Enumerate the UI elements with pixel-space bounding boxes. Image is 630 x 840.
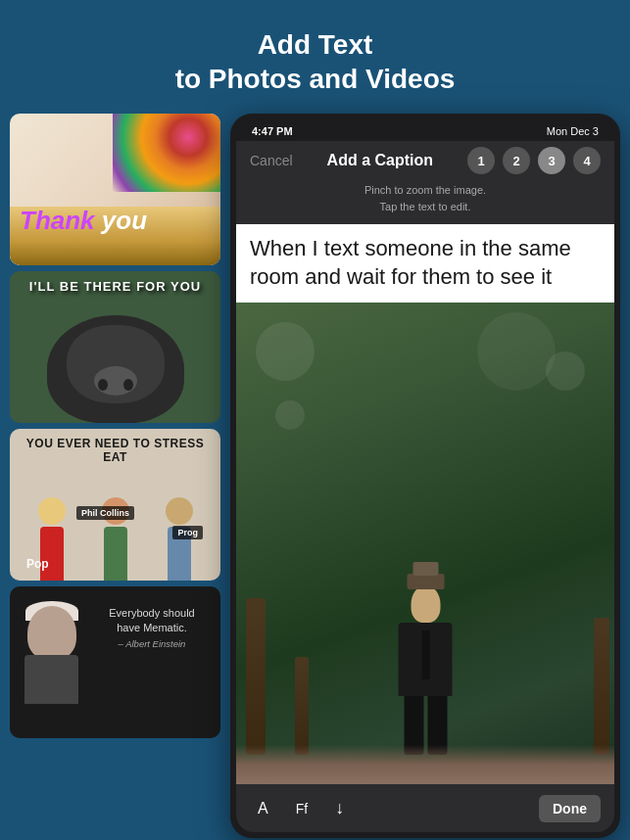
tablet-wrapper: 4:47 PM Mon Dec 3 Cancel Add a Caption 1… (230, 114, 620, 838)
person-figure (399, 585, 453, 755)
stress-eat-top-text: YOU EVER NEED TO STRESS EAT (10, 437, 220, 464)
thumb-einstein[interactable]: Everybody should have Mematic. – Albert … (10, 586, 220, 738)
tablet-nav: Cancel Add a Caption 1 2 3 4 (250, 147, 601, 174)
pig-nostril-left (98, 379, 108, 391)
tree-trunk-3 (295, 657, 309, 755)
title-line1: Add Text (258, 29, 373, 60)
step-3[interactable]: 3 (538, 147, 565, 174)
status-time: 4:47 PM (252, 125, 293, 137)
hint-line2: Tap the text to edit. (380, 201, 471, 212)
photo-background (236, 303, 614, 784)
einstein-quote: Everybody should have Mematic. – Albert … (93, 606, 211, 651)
person-hat (407, 574, 444, 589)
thumb-stress-eat[interactable]: YOU EVER NEED TO STRESS EAT Phil Collins… (10, 429, 220, 581)
thumb-pig[interactable]: I'LL BE THERE FOR YOU (10, 271, 220, 423)
figure-head-3 (166, 497, 193, 525)
tablet-toolbar: A Ff ↓ Done (236, 784, 614, 832)
tablet-device: 4:47 PM Mon Dec 3 Cancel Add a Caption 1… (230, 114, 620, 838)
text-tool-button[interactable]: A (250, 796, 276, 821)
phil-collins-label: Phil Collins (76, 506, 134, 520)
quote-line2: have Mematic. (117, 622, 187, 633)
done-button[interactable]: Done (539, 795, 601, 822)
step-1[interactable]: 1 (467, 147, 495, 174)
nav-title: Add a Caption (327, 152, 433, 169)
status-bar: 4:47 PM Mon Dec 3 (236, 119, 614, 141)
step-indicators: 1 2 3 4 (467, 147, 601, 174)
hint-line1: Pinch to zoom the image. (364, 184, 486, 196)
status-date: Mon Dec 3 (547, 125, 599, 137)
download-button[interactable]: ↓ (327, 794, 352, 822)
you-word: you (102, 206, 147, 235)
tablet-app-header: Cancel Add a Caption 1 2 3 4 Pinch to zo… (236, 141, 614, 224)
path-overlay (236, 745, 614, 784)
cancel-button[interactable]: Cancel (250, 153, 293, 168)
person-head (411, 585, 440, 623)
photo-area (236, 303, 614, 784)
figure-head-1 (38, 497, 66, 525)
step-2[interactable]: 2 (503, 147, 530, 174)
tree-trunk-1 (246, 598, 266, 755)
thank-you-text: Thank you (20, 206, 147, 236)
figure-body-2 (104, 527, 127, 581)
pop-label: Pop (22, 555, 54, 573)
app-header: Add Text to Photos and Videos (0, 0, 630, 114)
title-line2: to Photos and Videos (175, 64, 456, 94)
tablet-screen: 4:47 PM Mon Dec 3 Cancel Add a Caption 1… (236, 119, 614, 832)
einstein-body (24, 655, 78, 704)
pig-nostril-right (123, 379, 133, 391)
caption-area[interactable]: When I text someone in the same room and… (236, 224, 614, 303)
font-tool-button[interactable]: Ff (288, 797, 315, 820)
font-label: Ff (296, 801, 308, 817)
hint-text: Pinch to zoom the image. Tap the text to… (364, 182, 486, 214)
pig-top-text: I'LL BE THERE FOR YOU (10, 279, 220, 294)
tree-trunk-2 (594, 618, 609, 755)
flowers-decoration (113, 114, 220, 192)
einstein-head (27, 606, 76, 660)
thank-word: Thank (20, 206, 95, 235)
download-icon: ↓ (335, 798, 344, 818)
page-title: Add Text to Photos and Videos (20, 27, 610, 96)
prog-label: Prog (172, 526, 203, 539)
person-silhouette (399, 585, 453, 755)
caption-text[interactable]: When I text someone in the same room and… (250, 235, 601, 291)
quote-line1: Everybody should (109, 607, 194, 619)
main-content: Thank you I'LL BE THERE FOR YOU YOU EVER… (0, 114, 630, 840)
thumb-thank-you[interactable]: Thank you (10, 114, 220, 265)
einstein-figure (18, 606, 86, 704)
thumbnails-column: Thank you I'LL BE THERE FOR YOU YOU EVER… (10, 114, 220, 738)
step-4[interactable]: 4 (573, 147, 601, 174)
person-jacket (399, 623, 453, 696)
einstein-attribution: – Albert Einstein (119, 638, 186, 649)
